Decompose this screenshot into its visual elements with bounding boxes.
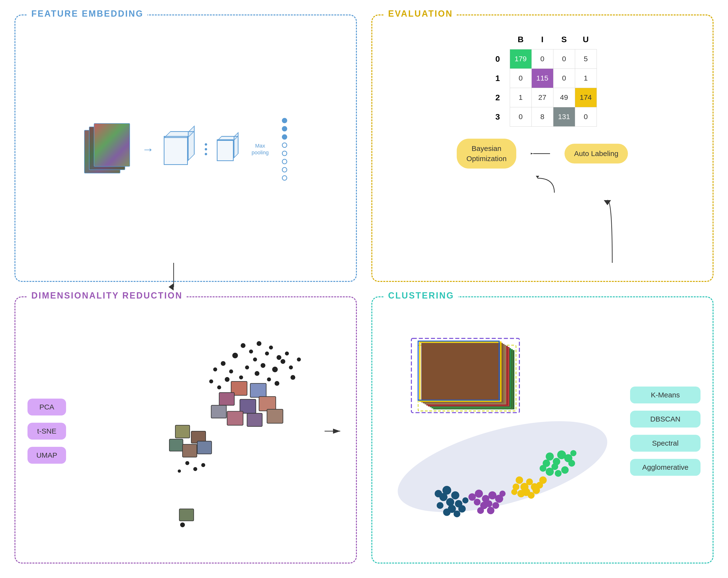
svg-rect-34 [211,405,227,418]
svg-point-26 [225,377,230,382]
svg-point-16 [267,377,271,382]
cell-2-b: 1 [510,88,531,107]
max-pooling-label: Max pooling [248,142,272,156]
row-2-label: 2 [488,88,510,107]
table-row: 1 0 115 0 1 [488,69,597,88]
svg-point-51 [388,403,616,530]
svg-rect-35 [227,411,243,425]
dot-3 [205,153,207,155]
feat-dot-5 [282,151,287,156]
svg-point-13 [272,367,278,372]
panel-clustering: CLUSTERING [371,296,714,564]
feat-dot-3 [282,134,287,140]
row-1-label: 1 [488,69,510,88]
dbscan-button[interactable]: DBSCAN [630,411,701,427]
svg-point-23 [213,367,217,371]
svg-point-27 [217,385,222,389]
svg-point-3 [241,343,245,348]
svg-point-17 [281,359,285,364]
curved-arrow-autolabel [518,176,567,195]
box-side-small [234,132,238,158]
svg-point-84 [517,490,525,497]
svg-point-25 [229,369,233,373]
cell-2-s: 49 [553,88,575,107]
feat-dot-8 [282,175,287,181]
svg-point-21 [297,357,301,362]
svg-point-48 [180,522,185,527]
panel-feature-embedding: FEATURE EMBEDDING → [15,15,357,282]
svg-point-93 [474,499,480,505]
svg-point-101 [451,491,459,499]
svg-point-72 [555,470,562,477]
svg-point-24 [221,361,226,366]
svg-point-96 [492,502,499,509]
svg-point-22 [275,381,280,386]
panel-evaluation: EVALUATION B I S U 0 179 [371,15,714,282]
svg-point-9 [261,363,265,368]
col-s: S [553,30,575,49]
cell-3-s: 131 [553,107,575,126]
cell-2-i: 27 [531,88,553,107]
cluster-visual-area [384,312,621,551]
bayesian-optimization-box: BayesianOptimization [457,139,516,168]
svg-rect-40 [169,439,183,451]
svg-rect-30 [250,383,266,397]
svg-point-76 [516,476,523,484]
feature-embedding-content: → Max pooling [27,30,344,269]
svg-point-18 [289,365,293,369]
feature-embedding-title: FEATURE EMBEDDING [27,9,147,19]
evaluation-content: B I S U 0 179 0 0 5 1 [384,30,701,269]
clustering-title: CLUSTERING [384,291,458,301]
clustering-content: K-Means DBSCAN Spectral Agglomerative [384,312,701,551]
cell-0-u: 5 [575,49,597,69]
spectral-button[interactable]: Spectral [630,435,701,452]
pca-button[interactable]: PCA [27,399,66,416]
cell-0-b: 179 [510,49,531,69]
svg-point-8 [253,357,257,362]
img-layer-3 [94,123,130,167]
tsne-button[interactable]: t-SNE [27,423,66,440]
evaluation-title: EVALUATION [384,9,457,19]
svg-point-94 [468,493,476,501]
svg-rect-47 [179,509,193,521]
svg-point-28 [209,379,213,384]
cluster-visual-svg [384,312,621,551]
cell-1-i: 115 [531,69,553,88]
svg-rect-42 [197,441,211,454]
auto-labeling-box: Auto Labeling [565,144,628,163]
svg-rect-31 [219,392,234,405]
svg-rect-41 [183,444,197,457]
cell-0-s: 0 [553,49,575,69]
svg-point-110 [437,502,443,509]
svg-point-86 [539,476,547,484]
dot-1 [205,143,207,146]
svg-point-11 [277,355,281,360]
svg-point-71 [561,466,569,474]
dim-method-buttons: PCA t-SNE UMAP [27,399,66,464]
col-u: U [575,30,597,49]
svg-rect-36 [247,413,262,426]
svg-point-4 [249,349,253,353]
svg-point-7 [232,352,238,358]
image-stack [84,123,132,176]
svg-rect-61 [421,343,502,402]
svg-point-97 [487,507,494,514]
svg-point-44 [193,467,197,471]
svg-point-111 [462,497,468,503]
dot-2 [205,148,207,151]
auto-label-up-arrow [595,198,624,265]
svg-point-75 [570,450,576,456]
svg-point-15 [255,371,259,376]
cell-3-u: 0 [575,107,597,126]
cell-1-b: 0 [510,69,531,88]
cluster-algorithm-buttons: K-Means DBSCAN Spectral Agglomerative [630,387,701,476]
scatter-plot-area [76,312,315,551]
agglomerative-button[interactable]: Agglomerative [630,459,701,476]
feat-dot-1 [282,118,287,123]
dim-reduction-title: DIMENSIONALITY REDUCTION [27,291,186,301]
svg-point-45 [178,469,181,472]
panel-dimensionality-reduction: DIMENSIONALITY REDUCTION PCA t-SNE UMAP [15,296,357,564]
kmeans-button[interactable]: K-Means [630,387,701,403]
umap-button[interactable]: UMAP [27,447,66,464]
feat-dot-7 [282,167,287,173]
